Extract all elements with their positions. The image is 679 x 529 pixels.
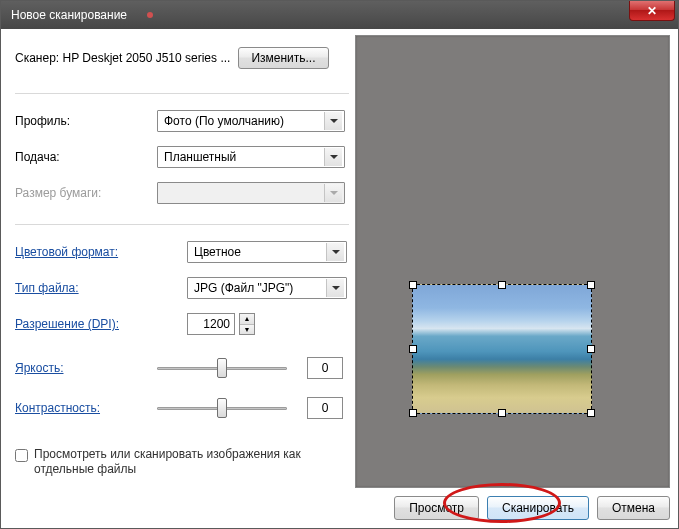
profile-value: Фото (По умолчанию)	[164, 114, 284, 128]
separate-files-label: Просмотреть или сканировать изображения …	[34, 447, 349, 477]
scan-dialog: Новое сканирование ✕ Сканер: HP Deskjet …	[0, 0, 679, 529]
scanner-row: Сканер: HP Deskjet 2050 J510 series ... …	[15, 47, 349, 69]
chevron-down-icon	[324, 112, 342, 130]
file-type-select[interactable]: JPG (Файл "JPG")	[187, 277, 347, 299]
color-format-label[interactable]: Цветовой формат:	[15, 245, 157, 259]
dpi-input[interactable]	[187, 313, 235, 335]
source-select[interactable]: Планшетный	[157, 146, 345, 168]
titlebar: Новое сканирование ✕	[1, 1, 678, 29]
paper-size-select	[157, 182, 345, 204]
scan-selection[interactable]	[412, 284, 592, 414]
color-format-value: Цветное	[194, 245, 241, 259]
window-title: Новое сканирование	[11, 8, 127, 22]
settings-pane: Сканер: HP Deskjet 2050 J510 series ... …	[1, 29, 349, 528]
slider-thumb[interactable]	[217, 358, 227, 378]
paper-size-label: Размер бумаги:	[15, 186, 157, 200]
source-label: Подача:	[15, 150, 157, 164]
chevron-down-icon	[324, 184, 342, 202]
dpi-label[interactable]: Разрешение (DPI):	[15, 317, 157, 331]
paper-size-row: Размер бумаги:	[15, 182, 349, 204]
chevron-down-icon	[324, 148, 342, 166]
contrast-slider[interactable]	[157, 397, 287, 419]
separator	[15, 93, 349, 94]
chevron-down-icon	[326, 243, 344, 261]
color-format-select[interactable]: Цветное	[187, 241, 347, 263]
separate-files-row: Просмотреть или сканировать изображения …	[15, 447, 349, 477]
scan-button[interactable]: Сканировать	[487, 496, 589, 520]
resize-handle[interactable]	[498, 409, 506, 417]
separate-files-checkbox[interactable]	[15, 449, 28, 462]
cancel-button[interactable]: Отмена	[597, 496, 670, 520]
preview-area[interactable]	[355, 35, 670, 488]
contrast-row: Контрастность: 0	[15, 397, 349, 419]
dpi-spin-up[interactable]: ▲	[240, 314, 254, 325]
profile-row: Профиль: Фото (По умолчанию)	[15, 110, 349, 132]
change-scanner-button[interactable]: Изменить...	[238, 47, 328, 69]
separator	[15, 224, 349, 225]
profile-select[interactable]: Фото (По умолчанию)	[157, 110, 345, 132]
dpi-stepper: ▲ ▼	[187, 313, 255, 335]
close-button[interactable]: ✕	[629, 1, 675, 21]
file-type-value: JPG (Файл "JPG")	[194, 281, 293, 295]
scanner-label: Сканер: HP Deskjet 2050 J510 series ...	[15, 51, 230, 65]
resize-handle[interactable]	[498, 281, 506, 289]
dialog-buttons: Просмотр Сканировать Отмена	[355, 488, 670, 520]
file-type-label[interactable]: Тип файла:	[15, 281, 157, 295]
right-pane: Просмотр Сканировать Отмена	[349, 29, 678, 528]
resize-handle[interactable]	[409, 409, 417, 417]
slider-thumb[interactable]	[217, 398, 227, 418]
brightness-slider[interactable]	[157, 357, 287, 379]
dpi-row: Разрешение (DPI): ▲ ▼	[15, 313, 349, 335]
dialog-body: Сканер: HP Deskjet 2050 J510 series ... …	[1, 29, 678, 528]
source-row: Подача: Планшетный	[15, 146, 349, 168]
resize-handle[interactable]	[587, 281, 595, 289]
resize-handle[interactable]	[587, 409, 595, 417]
brightness-label[interactable]: Яркость:	[15, 361, 157, 375]
color-format-row: Цветовой формат: Цветное	[15, 241, 349, 263]
resize-handle[interactable]	[409, 281, 417, 289]
source-value: Планшетный	[164, 150, 236, 164]
dpi-spin-down[interactable]: ▼	[240, 325, 254, 335]
close-icon: ✕	[647, 4, 657, 18]
profile-label: Профиль:	[15, 114, 157, 128]
contrast-value: 0	[307, 397, 343, 419]
brightness-value: 0	[307, 357, 343, 379]
brightness-row: Яркость: 0	[15, 357, 349, 379]
contrast-label[interactable]: Контрастность:	[15, 401, 157, 415]
modified-indicator-icon	[147, 12, 153, 18]
file-type-row: Тип файла: JPG (Файл "JPG")	[15, 277, 349, 299]
dpi-spinner: ▲ ▼	[239, 313, 255, 335]
resize-handle[interactable]	[409, 345, 417, 353]
resize-handle[interactable]	[587, 345, 595, 353]
preview-button[interactable]: Просмотр	[394, 496, 479, 520]
chevron-down-icon	[326, 279, 344, 297]
